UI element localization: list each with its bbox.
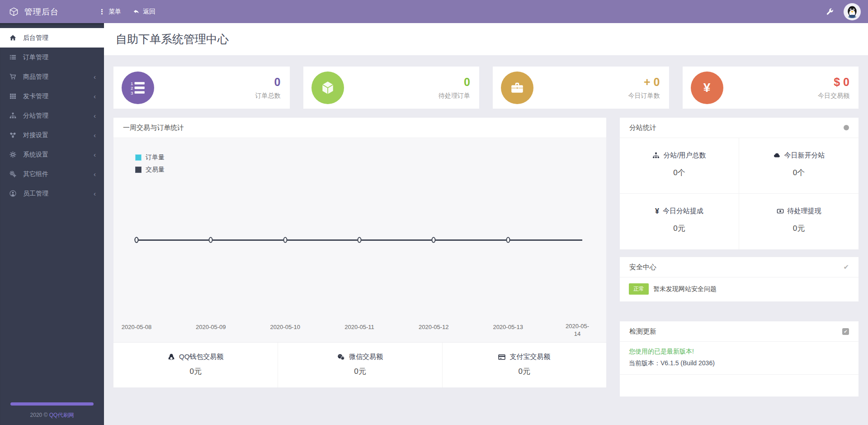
check-icon[interactable]: ✔ (843, 263, 849, 271)
stat-cards-row: 123 0 订单总数 0 待处理订单 (113, 67, 859, 109)
ellipsis-v-icon: ⋮ (99, 8, 105, 15)
version-value: V6.1.5 (Build 2036) (660, 359, 715, 367)
stat-label: 今日交易额 (818, 92, 849, 100)
yen-icon: ¥ (655, 207, 659, 215)
chart-marker (432, 237, 436, 243)
sidebar-progress-bar (10, 402, 94, 406)
cube-icon (311, 72, 344, 104)
svg-text:3: 3 (131, 90, 133, 95)
money-icon (777, 208, 784, 215)
sidebar-item-cards[interactable]: 发卡管理 ‹ (0, 86, 104, 106)
credit-card-icon (498, 353, 505, 361)
security-message: 暂未发现网站安全问题 (653, 285, 717, 293)
sidebar-item-orders[interactable]: 订单管理 (0, 48, 104, 67)
chevron-left-icon: ‹ (94, 151, 96, 158)
topbar: 管理后台 ⋮ 菜单 返回 (0, 0, 868, 23)
version-label: 当前版本： (629, 359, 660, 367)
chevron-left-icon: ‹ (94, 73, 96, 80)
main-area: 自助下单系统管理中心 123 0 订单总数 0 待处理订单 (104, 23, 868, 425)
stat-card-today-orders: + 0 今日订单数 (493, 67, 669, 109)
sidebar-item-dashboard[interactable]: 后台管理 (0, 28, 104, 48)
list-icon (9, 54, 17, 61)
sidebar-item-products[interactable]: 商品管理 ‹ (0, 67, 104, 86)
page-header: 自助下单系统管理中心 (104, 23, 868, 55)
line-chart: 订单量 交易量 (113, 138, 606, 342)
sidebar-menu: 后台管理 订单管理 商品管理 ‹ 发卡管理 ‹ 分站管理 ‹ 对接设置 ‹ (0, 23, 104, 203)
weekly-chart-panel: 一周交易与订单统计 订单量 交易量 (113, 118, 606, 387)
site-link[interactable]: QQ代刷网 (49, 412, 74, 418)
svg-text:2: 2 (131, 86, 133, 91)
security-panel-title: 安全中心 (629, 263, 656, 272)
chart-plot-area: 2020-05-08 2020-05-09 2020-05-10 2020-05… (137, 138, 582, 342)
substation-value: 0元 (620, 223, 739, 234)
x-tick-label: 2020-05-13 (486, 324, 530, 330)
sidebar-item-substations[interactable]: 分站管理 ‹ (0, 106, 104, 125)
update-check-panel: 检测更新 ✔ 您使用的已是最新版本! 当前版本：V6.1.5 (Build 20… (620, 321, 859, 396)
wechat-icon (337, 353, 345, 361)
wrench-icon[interactable] (826, 8, 834, 15)
home-icon (9, 34, 17, 41)
checkbox-icon[interactable]: ✔ (842, 328, 849, 335)
x-tick-label: 2020-05-12 (412, 324, 455, 330)
stat-card-total-orders: 123 0 订单总数 (113, 67, 290, 109)
substation-label: 今日新开分站 (784, 151, 825, 160)
substation-value: 0个 (739, 167, 859, 178)
qq-penguin-icon (168, 353, 175, 361)
substation-stats-panel: 分站统计 分站/用户总数 0个 (620, 118, 859, 249)
stat-value: 0 (255, 76, 281, 89)
chart-marker (506, 237, 510, 243)
cogs-icon (9, 171, 17, 177)
chart-marker (283, 237, 287, 243)
svg-text:1: 1 (131, 81, 133, 86)
chevron-left-icon: ‹ (94, 93, 96, 100)
status-badge: 正常 (629, 283, 649, 295)
stat-value: 0 (439, 76, 470, 89)
payment-cell-alipay: 支付宝交易额 0元 (442, 343, 606, 387)
stat-label: 订单总数 (255, 92, 281, 100)
substation-cell-commission: ¥ 今日分站提成 0元 (620, 194, 739, 249)
chart-marker (209, 237, 213, 243)
back-button[interactable]: 返回 (133, 8, 156, 16)
chevron-left-icon: ‹ (94, 171, 96, 177)
brand-logo[interactable]: 管理后台 (0, 6, 99, 17)
page-title: 自助下单系统管理中心 (116, 32, 229, 47)
sidebar-footer: 2020 © QQ代刷网 (0, 402, 104, 419)
payment-cell-wechat: 微信交易额 0元 (278, 343, 442, 387)
gear-icon (9, 151, 17, 158)
x-tick-label: 2020-05-11 (338, 324, 381, 330)
stat-label: 今日订单数 (628, 92, 660, 100)
sidebar-item-settings[interactable]: 系统设置 ‹ (0, 145, 104, 164)
x-tick-label: 2020-05-14 (562, 322, 592, 338)
sidebar: 后台管理 订单管理 商品管理 ‹ 发卡管理 ‹ 分站管理 ‹ 对接设置 ‹ (0, 23, 104, 425)
x-tick-label: 2020-05-09 (189, 324, 232, 330)
menu-button[interactable]: ⋮ 菜单 (99, 8, 121, 16)
sidebar-item-api[interactable]: 对接设置 ‹ (0, 125, 104, 145)
chart-marker (358, 237, 362, 243)
cart-icon (9, 73, 17, 80)
substation-cell-new-today: 今日新开分站 0个 (739, 138, 859, 194)
substation-panel-title: 分站统计 (629, 124, 656, 132)
sidebar-item-components[interactable]: 其它组件 ‹ (0, 164, 104, 184)
stat-value: + 0 (628, 76, 660, 89)
chevron-left-icon: ‹ (94, 112, 96, 119)
user-avatar[interactable] (844, 3, 861, 20)
qq-penguin-avatar-icon (845, 5, 859, 19)
payment-label: 微信交易额 (349, 353, 383, 361)
substation-cell-withdrawals: 待处理提现 0元 (739, 194, 859, 249)
stat-label: 待处理订单 (439, 92, 470, 100)
user-icon (9, 190, 17, 197)
status-dot-icon[interactable] (844, 125, 849, 130)
payment-value: 0元 (278, 366, 442, 377)
stat-card-today-revenue: ¥ $ 0 今日交易额 (683, 67, 859, 109)
update-status: 您使用的已是最新版本! (629, 348, 849, 356)
substation-label: 今日分站提成 (663, 207, 703, 215)
sidebar-item-staff[interactable]: 员工管理 ‹ (0, 184, 104, 203)
back-button-label: 返回 (143, 8, 156, 16)
sitemap-icon (652, 152, 660, 159)
x-tick-label: 2020-05-10 (264, 324, 307, 330)
payment-cell-qq: QQ钱包交易额 0元 (113, 343, 278, 387)
nodes-icon (9, 132, 17, 138)
chart-marker (135, 237, 139, 243)
payment-value: 0元 (443, 366, 606, 377)
chevron-left-icon: ‹ (94, 190, 96, 197)
